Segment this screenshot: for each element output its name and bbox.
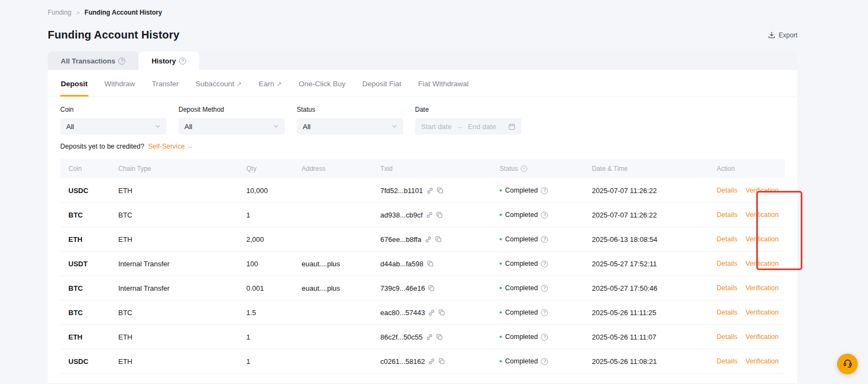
subtab-transfer[interactable]: Transfer: [151, 70, 180, 97]
copy-icon[interactable]: [436, 334, 443, 340]
details-link[interactable]: Details: [717, 187, 737, 194]
copy-icon[interactable]: [428, 285, 435, 291]
external-link-icon: ↗: [237, 80, 242, 88]
support-chat-button[interactable]: [837, 354, 858, 374]
page-title: Funding Account History: [48, 29, 180, 41]
self-service-link[interactable]: Self-Service →: [148, 143, 193, 150]
verification-link[interactable]: Verification: [745, 211, 778, 219]
copy-icon[interactable]: [436, 212, 443, 218]
filter-date: Date Start date → End date: [415, 106, 521, 135]
status-dot-icon: [500, 287, 502, 289]
date-range-picker[interactable]: Start date → End date: [415, 118, 521, 135]
cell-datetime: 2025-06-13 18:08:54: [592, 235, 717, 244]
details-link[interactable]: Details: [717, 235, 737, 243]
subtab-fiat-withdrawal[interactable]: Fiat Withdrawal: [418, 70, 469, 97]
cell-qty: 100: [246, 260, 302, 268]
content-panel: Deposit Withdraw Transfer Subaccount ↗ E…: [48, 70, 797, 383]
status-help-icon[interactable]: ?: [541, 334, 548, 341]
cell-datetime: 2025-05-26 11:08:21: [592, 357, 717, 366]
status-help-icon[interactable]: ?: [541, 236, 548, 243]
status-label: Completed: [505, 260, 538, 267]
cell-qty: 1.5: [246, 309, 302, 317]
verification-link[interactable]: Verification: [745, 309, 778, 316]
cell-qty: 1: [246, 333, 302, 341]
cell-qty: 1: [246, 211, 302, 219]
verification-link[interactable]: Verification: [745, 260, 778, 267]
cell-txid: 7fd52...b1101: [380, 187, 500, 195]
cell-txid: c0261...58162: [380, 357, 500, 366]
cell-status: Completed ?: [500, 235, 592, 243]
subtab-subaccount[interactable]: Subaccount ↗: [195, 70, 242, 97]
txid-text: c0261...58162: [380, 357, 425, 366]
status-help-icon[interactable]: ?: [541, 285, 548, 292]
txid-text: 739c9...46e16: [380, 284, 425, 292]
verification-link[interactable]: Verification: [745, 235, 778, 243]
details-link[interactable]: Details: [717, 333, 737, 341]
main-tabs: All Transactions ? History ?: [48, 52, 797, 70]
tab-all-transactions[interactable]: All Transactions ?: [48, 52, 138, 70]
cell-status: Completed ?: [500, 187, 592, 194]
copy-icon[interactable]: [427, 260, 433, 267]
table-row: BTC Internal Transfer 0.001 euaut....plu…: [60, 276, 785, 300]
cell-coin: USDC: [68, 357, 118, 366]
status-help-icon[interactable]: ?: [541, 358, 548, 365]
verification-link[interactable]: Verification: [745, 333, 778, 341]
status-help-icon[interactable]: ?: [541, 260, 548, 267]
tab-history[interactable]: History ?: [138, 52, 199, 70]
status-dot-icon: [500, 189, 502, 191]
copy-icon[interactable]: [438, 358, 445, 364]
status-help-icon[interactable]: ?: [541, 309, 548, 316]
range-arrow-icon: →: [456, 123, 463, 130]
cell-actions: Details Verification: [717, 333, 785, 341]
cell-datetime: 2025-07-07 11:26:22: [592, 211, 717, 219]
copy-icon[interactable]: [435, 236, 442, 242]
filter-status-label: Status: [297, 106, 403, 113]
info-icon[interactable]: i: [521, 165, 527, 172]
copy-icon[interactable]: [438, 309, 445, 316]
txid-link-icon[interactable]: [428, 309, 435, 316]
txid-link-icon[interactable]: [426, 334, 433, 341]
filter-coin: Coin All: [60, 106, 167, 135]
status-help-icon[interactable]: ?: [541, 212, 548, 219]
help-icon[interactable]: ?: [179, 57, 186, 65]
verification-link[interactable]: Verification: [745, 284, 778, 292]
filter-deposit-method: Deposit Method All: [178, 106, 285, 135]
column-header-address: Address: [302, 165, 380, 172]
chevron-down-icon: [392, 124, 397, 129]
details-link[interactable]: Details: [717, 284, 737, 292]
deposit-method-select[interactable]: All: [178, 118, 285, 135]
coin-select[interactable]: All: [60, 118, 167, 135]
title-row: Funding Account History Export: [48, 29, 797, 41]
subtab-deposit[interactable]: Deposit: [60, 70, 88, 97]
details-link[interactable]: Details: [717, 260, 737, 267]
breadcrumb-parent[interactable]: Funding: [48, 9, 71, 16]
details-link[interactable]: Details: [717, 211, 737, 219]
txid-link-icon[interactable]: [425, 236, 432, 243]
subtab-withdraw[interactable]: Withdraw: [104, 70, 136, 97]
verification-link[interactable]: Verification: [745, 187, 778, 194]
export-button[interactable]: Export: [768, 31, 797, 39]
txid-link-icon[interactable]: [428, 358, 435, 365]
details-link[interactable]: Details: [717, 357, 737, 365]
subtab-deposit-fiat[interactable]: Deposit Fiat: [362, 70, 402, 97]
txid-link-icon[interactable]: [426, 187, 433, 194]
subtab-earn[interactable]: Earn ↗: [258, 70, 283, 97]
status-help-icon[interactable]: ?: [541, 187, 548, 194]
cell-datetime: 2025-07-07 11:26:22: [592, 187, 717, 195]
subtab-one-click-buy[interactable]: One-Click Buy: [298, 70, 346, 97]
details-link[interactable]: Details: [717, 309, 737, 316]
cell-actions: Details Verification: [717, 284, 785, 292]
subtab-label: Fiat Withdrawal: [418, 80, 469, 88]
verification-link[interactable]: Verification: [745, 357, 778, 365]
txid-link-icon[interactable]: [426, 212, 433, 219]
breadcrumb-separator-icon: >: [76, 9, 79, 16]
help-icon[interactable]: ?: [118, 57, 125, 65]
cell-status: Completed ?: [500, 211, 592, 219]
cell-chain-type: BTC: [118, 211, 246, 219]
status-select[interactable]: All: [297, 118, 403, 135]
cell-status: Completed ?: [500, 284, 592, 292]
cell-chain-type: Internal Transfer: [118, 260, 246, 268]
status-dot-icon: [500, 263, 502, 265]
column-header-qty: Qty: [246, 165, 302, 172]
copy-icon[interactable]: [437, 187, 443, 194]
